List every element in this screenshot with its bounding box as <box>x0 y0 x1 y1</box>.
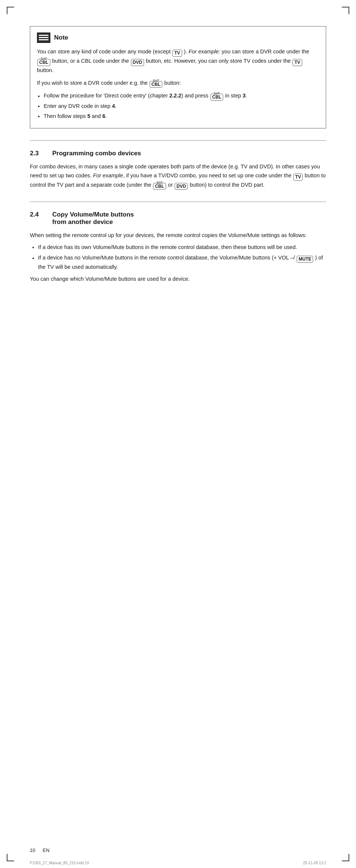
section-24-bullet-list: If a device has its own Volume/Mute butt… <box>38 243 326 272</box>
note-box: Note You can store any kind of code unde… <box>30 26 326 128</box>
tv-badge: TV <box>172 50 182 57</box>
sat-superscript-23: SAT <box>156 180 163 185</box>
sat-cbl-button-badge-3: SATCBL <box>210 91 224 101</box>
note-content: You can store any kind of code under any… <box>37 47 319 121</box>
note-lines-icon <box>37 32 50 43</box>
divider-2 <box>30 202 326 202</box>
note-bullet-list: Follow the procedure for 'Direct code en… <box>44 91 319 121</box>
sat-superscript-2: SAT <box>153 78 159 83</box>
divider-1 <box>30 140 326 141</box>
note-bullet-2: Enter any DVR code in step 4. <box>44 102 319 111</box>
section-23-title: Programming combo devices <box>52 150 141 157</box>
tv-button-badge-2: TV <box>293 57 302 66</box>
tv-badge-23: TV <box>293 174 303 181</box>
section-24-bullet-2: If a device has no Volume/Mute buttons i… <box>38 253 326 272</box>
dvd-button-badge-23: DVD <box>175 181 188 190</box>
sat-superscript-3: SAT <box>214 91 220 96</box>
sat-superscript-1: SAT <box>41 56 47 61</box>
section-23-heading: 2.3 Programming combo devices <box>30 150 326 157</box>
page-container: Note You can store any kind of code unde… <box>0 0 356 868</box>
tv-badge-2: TV <box>293 59 302 66</box>
sat-cbl-badge-23: SATCBL <box>153 183 166 190</box>
section-24-intro: When setting the remote control up for y… <box>30 231 326 240</box>
corner-mark-tl <box>7 7 14 14</box>
section-24-number: 2.4 <box>30 211 43 218</box>
footer-language: EN <box>43 847 49 853</box>
dvd-badge-23: DVD <box>175 183 188 190</box>
mute-button-badge: MUTE <box>297 253 313 263</box>
note-paragraph-1: You can store any kind of code under any… <box>37 47 319 75</box>
section-23-paragraph: For combo devices, in many cases a singl… <box>30 162 326 190</box>
tv-button-badge-23: TV <box>293 171 303 181</box>
footer-timestamp: 25-11-09 13:2 <box>303 861 326 865</box>
sat-cbl-badge-1: SATCBL <box>37 59 50 66</box>
footer-page-number: 10 <box>30 847 35 853</box>
tv-button-badge-1: TV <box>172 47 182 57</box>
note-paragraph-2: If you wish to store a DVR code under e.… <box>37 79 319 88</box>
section-23-body: For combo devices, in many cases a singl… <box>30 162 326 190</box>
page-footer: 10 EN <box>30 847 326 853</box>
note-title: Note <box>54 34 68 41</box>
sat-cbl-badge-3: SATCBL <box>210 94 224 101</box>
section-24-body: When setting the remote control up for y… <box>30 231 326 283</box>
note-bullet-3: Then follow steps 5 and 6. <box>44 112 319 121</box>
dvd-badge-1: DVD <box>131 59 144 66</box>
sat-cbl-button-badge-1: SATCBL <box>37 57 50 66</box>
section-24-footer-text: You can change which Volume/Mute buttons… <box>30 275 326 284</box>
section-23-number: 2.3 <box>30 150 43 157</box>
section-24-bullet-1: If a device has its own Volume/Mute butt… <box>38 243 326 252</box>
sat-cbl-button-badge-2: SATCBL <box>150 79 163 88</box>
section-24-heading: 2.4 Copy Volume/Mute buttons from anothe… <box>30 211 326 226</box>
note-header: Note <box>37 32 319 43</box>
dvd-button-badge-1: DVD <box>131 57 144 66</box>
note-bullet-1: Follow the procedure for 'Direct code en… <box>44 91 319 101</box>
corner-mark-tr <box>342 7 349 14</box>
section-24-title-line1: Copy Volume/Mute buttons <box>52 211 134 218</box>
section-24-title: Copy Volume/Mute buttons from another de… <box>52 211 134 226</box>
footer-filename: P1003_27_Manual_80_210.indd 10 <box>30 861 89 865</box>
footer-file-info: P1003_27_Manual_80_210.indd 10 25-11-09 … <box>0 858 356 868</box>
sat-cbl-badge-2: SATCBL <box>150 81 163 88</box>
mute-badge: MUTE <box>297 256 313 263</box>
sat-cbl-button-badge-23: SATCBL <box>153 181 166 190</box>
section-24-title-line2: from another device <box>52 218 113 225</box>
